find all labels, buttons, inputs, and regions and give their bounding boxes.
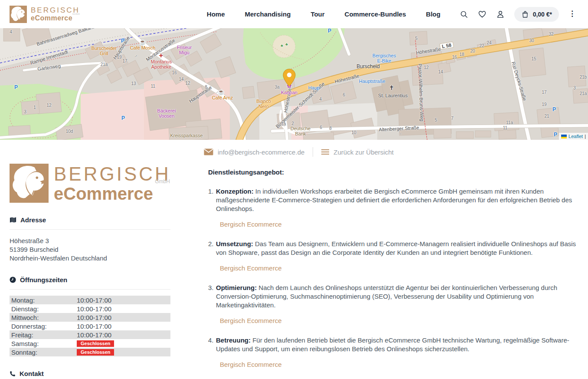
service-term: Betreuung: [216,336,252,344]
hours-time: 10:00-17:00 [77,331,111,339]
closed-badge: Geschlossen [77,340,114,347]
email-link[interactable]: info@bergisch-ecommerce.de [218,148,304,156]
detail-content: Dienstleistungsangebot: 1.Konzeption: In… [208,164,577,379]
company-sidebar: BERGISCH eCommerce GmbH Adresse Höhestra… [10,164,170,379]
service-item: 4.Betreuung: Für den laufenden Betrieb b… [208,336,577,369]
back-list-icon [321,149,329,155]
nav-item-tour[interactable]: Tour [310,10,324,18]
service-number: 4. [208,336,216,353]
bergisch-ecommerce-link[interactable]: Bergisch Ecommerce [220,221,282,228]
hours-row: Donnerstag:10:00-17:00 [10,322,170,330]
services-title: Dienstleistungsangebot: [208,168,577,176]
sidebar-logo-suffix: GmbH [155,178,170,185]
hours-row: Dienstag:10:00-17:00 [10,304,170,313]
cart-total: 0,00 €* [533,11,552,18]
service-term: Umsetzung: [216,240,255,247]
hours-time: 10:00-17:00 [77,297,111,304]
service-item: 3.Optimierung: Nach dem Launch des Onlin… [208,283,577,325]
address-lines: Höhestraße 3 51399 Burscheid Nordrhein-W… [10,237,170,263]
service-item: 2.Umsetzung: Das Team aus Designern, Ent… [208,240,577,272]
location-map[interactable]: Bahntrassenradweg BalkantrRampe Innensta… [0,28,588,140]
hours-row: Mittwoch:10:00-17:00 [10,313,170,322]
address-line: 51399 Burscheid [10,245,170,254]
map-fold-icon [10,217,16,223]
hours-day: Sonntag: [11,349,77,356]
account-icon[interactable] [496,10,505,19]
hours-time: 10:00-17:00 [77,323,111,330]
nav-item-blog[interactable]: Blog [426,10,440,18]
services-list: 1.Konzeption: In individuellen Workshops… [208,187,577,369]
hours-row: Freitag:10:00-17:00 [10,330,170,339]
nav-item-merchandising[interactable]: Merchandising [245,10,291,18]
service-term: Optimierung: [216,284,258,291]
cart-button[interactable]: 0,00 €* [514,7,559,22]
hours-section-header: Öffnungszeiten [10,276,170,283]
hours-title: Öffnungszeiten [20,276,67,283]
sidebar-logo-line1: BERGISCH [54,165,171,184]
hours-time: 10:00-17:00 [77,305,111,313]
logo-suffix: GmbH [72,13,79,15]
lion-logo-icon [10,6,27,23]
lion-logo-icon-large [10,164,49,203]
address-title: Adresse [20,216,46,224]
logo-line2: eCommerce [31,15,80,22]
bergisch-ecommerce-link[interactable]: Bergisch Ecommerce [220,317,282,324]
hours-row: Montag:10:00-17:00 [10,296,170,304]
service-item: 1.Konzeption: In individuellen Workshops… [208,187,577,228]
more-menu-icon[interactable]: ⋮ [568,12,576,16]
address-line: Höhestraße 3 [10,237,170,245]
service-text: Das Team aus Designern, Entwicklern und … [216,240,576,256]
hours-day: Dienstag: [11,305,77,313]
phone-icon [10,371,16,377]
hours-day: Mittwoch: [11,314,77,321]
divider [313,147,313,157]
hours-row: Sonntag:Geschlossen [10,348,170,356]
service-term: Konzeption: [216,188,255,195]
service-text: Nach dem Launch des Onlineshops unterstü… [216,284,557,309]
leaflet-link[interactable]: Leaflet [568,134,583,139]
contact-title: Kontakt [20,370,44,377]
service-number: 2. [208,240,216,257]
cart-bag-icon [521,10,529,18]
nav-item-home[interactable]: Home [207,10,225,18]
top-navigation-bar: BERGISCH eCommerce GmbH HomeMerchandisin… [0,0,588,28]
company-logo-large: BERGISCH eCommerce GmbH [10,164,170,203]
envelope-icon [204,148,213,155]
sidebar-logo-line2: eCommerce [54,185,171,202]
bergisch-ecommerce-link[interactable]: Bergisch Ecommerce [220,361,282,368]
service-text: In individuellen Workshops erarbeitet di… [216,188,572,212]
hours-day: Donnerstag: [11,323,77,330]
search-icon[interactable] [460,10,468,19]
map-attribution: Leaflet | [559,133,588,140]
hours-day: Montag: [11,297,77,304]
hours-row: Samstag:Geschlossen [10,339,170,348]
hours-day: Samstag: [11,340,77,347]
ukraine-flag-icon [561,135,567,138]
hours-time: 10:00-17:00 [77,314,111,321]
service-text: Für den laufenden Betrieb bietet die Ber… [216,336,569,353]
hours-day: Freitag: [11,331,77,339]
site-logo[interactable]: BERGISCH eCommerce GmbH [10,6,80,23]
address-line: Nordrhein-Westfalen Deutschland [10,254,170,263]
opening-hours-table: Montag:10:00-17:00Dienstag:10:00-17:00Mi… [10,296,170,356]
contact-bar: info@bergisch-ecommerce.de Zurück zur Üb… [204,147,588,157]
main-nav: HomeMerchandisingTourCommerce-BundlesBlo… [207,10,441,18]
bergisch-ecommerce-link[interactable]: Bergisch Ecommerce [220,264,282,272]
service-number: 3. [208,283,216,310]
contact-section-header: Kontakt [10,370,170,377]
clock-icon [10,277,16,283]
wishlist-heart-icon[interactable] [478,10,487,19]
service-number: 1. [208,187,216,213]
attribution-separator: | [585,134,586,139]
map-location-marker[interactable] [283,69,296,87]
back-to-overview-link[interactable]: Zurück zur Übersicht [333,148,393,156]
nav-item-commerce-bundles[interactable]: Commerce-Bundles [345,10,406,18]
closed-badge: Geschlossen [77,349,114,356]
address-section-header: Adresse [10,216,170,224]
